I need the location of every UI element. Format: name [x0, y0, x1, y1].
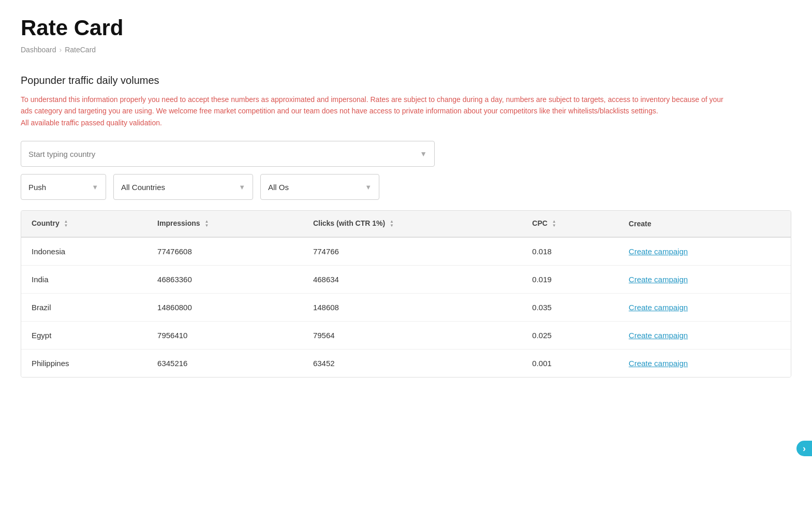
data-table-container: Country ▲▼ Impressions ▲▼ Clicks (with C… [21, 210, 791, 378]
cell-cpc: 0.025 [522, 322, 618, 350]
create-campaign-link[interactable]: Create campaign [629, 275, 688, 284]
push-dropdown-label: Push [28, 183, 46, 192]
create-campaign-link[interactable]: Create campaign [629, 359, 688, 368]
country-search-input[interactable] [28, 150, 420, 158]
col-cpc[interactable]: CPC ▲▼ [522, 211, 618, 237]
cell-cpc: 0.035 [522, 294, 618, 322]
clicks-sort-icon: ▲▼ [390, 220, 394, 229]
cell-country: Indonesia [21, 237, 147, 266]
create-campaign-link[interactable]: Create campaign [629, 331, 688, 340]
impressions-sort-icon: ▲▼ [204, 220, 209, 229]
push-dropdown[interactable]: Push ▼ [21, 174, 106, 200]
cell-cpc: 0.018 [522, 237, 618, 266]
push-dropdown-chevron-icon: ▼ [92, 183, 98, 191]
dropdowns-row: Push ▼ All Countries ▼ All Os ▼ [21, 174, 791, 200]
table-row: Indonesia774766087747660.018Create campa… [21, 237, 791, 266]
create-campaign-link[interactable]: Create campaign [629, 303, 688, 312]
page-container: Rate Card Dashboard › RateCard Popunder … [0, 0, 812, 508]
filters-section: ▼ Push ▼ All Countries ▼ All Os ▼ [21, 141, 791, 200]
cell-clicks: 774766 [303, 237, 522, 266]
cell-create: Create campaign [618, 294, 791, 322]
cell-impressions: 7956410 [147, 322, 303, 350]
cell-create: Create campaign [618, 266, 791, 294]
breadcrumb-separator: › [60, 46, 62, 54]
col-create: Create [618, 211, 791, 237]
cell-create: Create campaign [618, 237, 791, 266]
breadcrumb: Dashboard › RateCard [21, 46, 791, 54]
cell-impressions: 6345216 [147, 350, 303, 378]
country-search-dropdown[interactable]: ▼ [21, 141, 435, 167]
cell-country: Egypt [21, 322, 147, 350]
create-campaign-link[interactable]: Create campaign [629, 247, 688, 256]
cell-create: Create campaign [618, 322, 791, 350]
col-country[interactable]: Country ▲▼ [21, 211, 147, 237]
cell-impressions: 46863360 [147, 266, 303, 294]
section-title: Popunder traffic daily volumes [21, 75, 791, 86]
os-dropdown-label: All Os [268, 183, 289, 192]
cell-clicks: 468634 [303, 266, 522, 294]
cell-country: Brazil [21, 294, 147, 322]
disclaimer-text: To understand this information properly … [21, 94, 735, 128]
table-body: Indonesia774766087747660.018Create campa… [21, 237, 791, 377]
os-dropdown[interactable]: All Os ▼ [260, 174, 379, 200]
table-row: Brazil148608001486080.035Create campaign [21, 294, 791, 322]
os-dropdown-chevron-icon: ▼ [365, 183, 372, 191]
country-search-chevron-icon: ▼ [420, 150, 427, 158]
cpc-sort-icon: ▲▼ [552, 220, 556, 229]
cell-create: Create campaign [618, 350, 791, 378]
countries-dropdown-chevron-icon: ▼ [239, 183, 245, 191]
breadcrumb-home[interactable]: Dashboard [21, 46, 56, 54]
country-sort-icon: ▲▼ [64, 220, 68, 229]
cell-impressions: 77476608 [147, 237, 303, 266]
cell-country: India [21, 266, 147, 294]
scroll-button[interactable] [796, 441, 812, 456]
cell-cpc: 0.019 [522, 266, 618, 294]
table-header-row: Country ▲▼ Impressions ▲▼ Clicks (with C… [21, 211, 791, 237]
table-row: India468633604686340.019Create campaign [21, 266, 791, 294]
cell-cpc: 0.001 [522, 350, 618, 378]
cell-country: Philippines [21, 350, 147, 378]
page-title: Rate Card [21, 16, 791, 40]
cell-clicks: 148608 [303, 294, 522, 322]
countries-dropdown-label: All Countries [121, 183, 165, 192]
col-impressions[interactable]: Impressions ▲▼ [147, 211, 303, 237]
table-row: Philippines6345216634520.001Create campa… [21, 350, 791, 378]
rate-card-table: Country ▲▼ Impressions ▲▼ Clicks (with C… [21, 211, 791, 377]
cell-impressions: 14860800 [147, 294, 303, 322]
col-clicks[interactable]: Clicks (with CTR 1%) ▲▼ [303, 211, 522, 237]
countries-dropdown[interactable]: All Countries ▼ [113, 174, 253, 200]
cell-clicks: 63452 [303, 350, 522, 378]
table-row: Egypt7956410795640.025Create campaign [21, 322, 791, 350]
cell-clicks: 79564 [303, 322, 522, 350]
breadcrumb-current: RateCard [65, 46, 96, 54]
